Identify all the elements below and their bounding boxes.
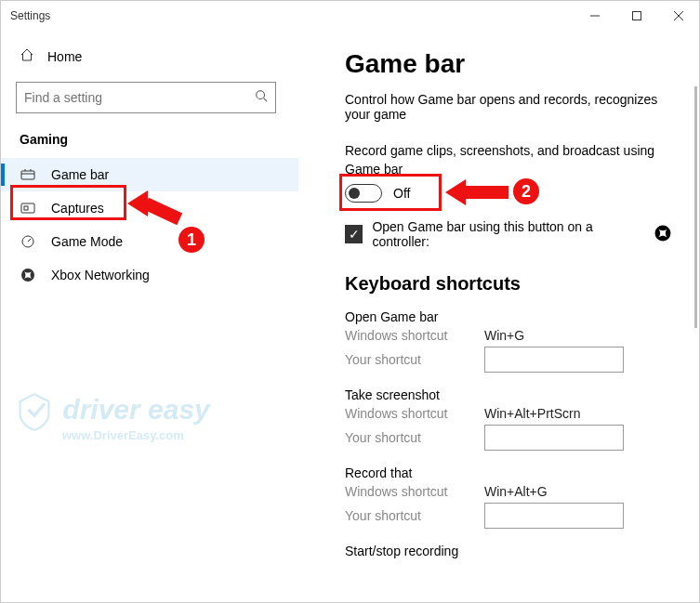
close-button[interactable] [657,1,699,31]
shortcut-your-label: Your shortcut [345,508,484,523]
captures-icon [20,202,36,215]
window-controls [574,1,699,31]
home-icon [20,47,34,65]
window-title: Settings [10,9,50,22]
search-box[interactable] [16,82,276,113]
sidebar-section-gaming: Gaming [1,126,298,158]
svg-rect-6 [21,171,34,179]
shortcut-title: Take screenshot [345,387,671,402]
svg-point-4 [257,91,265,99]
shortcut-win-value: Win+G [484,328,524,343]
shortcut-your-label: Your shortcut [345,430,484,445]
shortcut-input[interactable] [484,347,624,373]
page-description: Control how Game bar opens and records, … [345,92,671,122]
toggle-state-label: Off [393,186,410,201]
shortcut-win-label: Windows shortcut [345,328,484,343]
page-title: Game bar [345,49,671,79]
shortcut-take-screenshot: Take screenshot Windows shortcut Win+Alt… [345,387,671,451]
shortcut-your-label: Your shortcut [345,352,484,367]
window-titlebar: Settings [1,1,699,31]
shortcuts-heading: Keyboard shortcuts [345,273,671,295]
shortcut-start-stop-recording: Start/stop recording [345,544,671,558]
shortcut-input[interactable] [484,503,624,529]
toggle-description: Record game clips, screenshots, and broa… [345,142,671,178]
sidebar-item-label: Captures [51,201,104,216]
main-content: Game bar Control how Game bar opens and … [298,31,699,602]
controller-checkbox-label: Open Game bar using this button on a con… [372,219,645,249]
shortcut-open-game-bar: Open Game bar Windows shortcut Win+G You… [345,309,671,373]
nav-home-label: Home [47,49,82,64]
sidebar-item-label: Game bar [51,167,109,182]
svg-rect-1 [632,12,641,20]
svg-line-5 [264,98,268,102]
sidebar-item-label: Xbox Networking [51,268,150,282]
nav-home[interactable]: Home [1,38,298,74]
game-bar-icon [20,168,36,181]
shortcut-win-label: Windows shortcut [345,406,484,421]
sidebar-item-label: Game Mode [51,234,123,249]
shortcut-win-value: Win+Alt+PrtScrn [484,406,580,421]
shortcut-title: Record that [345,465,671,480]
sidebar-item-captures[interactable]: Captures [1,191,298,225]
toggle-knob [349,188,360,199]
svg-line-13 [28,239,31,242]
search-input[interactable] [24,90,255,105]
search-icon [255,89,268,106]
game-bar-toggle[interactable] [345,184,382,203]
svg-rect-11 [24,206,28,210]
xbox-icon [20,268,36,282]
scrollbar[interactable] [694,86,697,328]
shortcut-record-that: Record that Windows shortcut Win+Alt+G Y… [345,465,671,529]
maximize-button[interactable] [615,1,657,31]
minimize-button[interactable] [574,1,615,31]
sidebar-item-game-mode[interactable]: Game Mode [1,225,298,258]
shortcut-input[interactable] [484,425,624,451]
game-mode-icon [20,234,36,249]
shortcut-title: Start/stop recording [345,544,671,558]
sidebar: Home Gaming Game bar Captures [1,31,298,602]
sidebar-item-xbox-networking[interactable]: Xbox Networking [1,258,298,292]
shortcut-win-value: Win+Alt+G [484,484,548,499]
shortcut-win-label: Windows shortcut [345,484,484,499]
controller-checkbox[interactable]: ✓ [345,225,363,243]
xbox-button-icon [654,225,671,244]
shortcut-title: Open Game bar [345,309,671,324]
sidebar-item-game-bar[interactable]: Game bar [1,158,298,191]
